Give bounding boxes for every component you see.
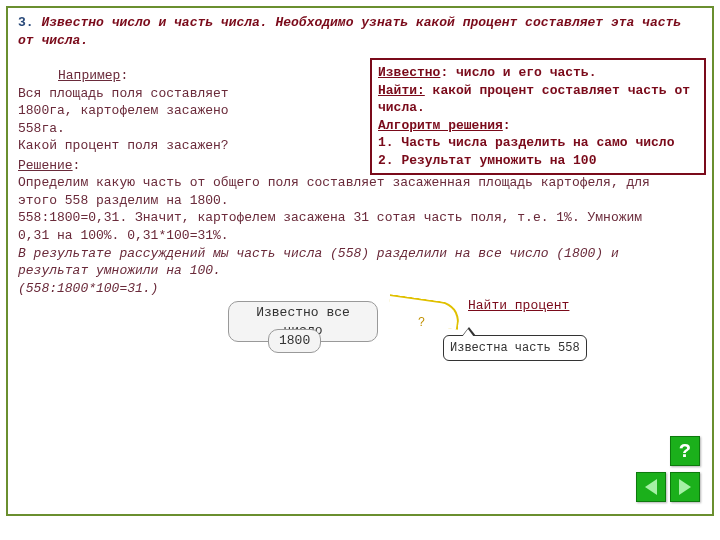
- find-percent-label: Найти процент: [468, 297, 569, 315]
- example-label: Например: [58, 68, 120, 83]
- arrow-left-icon: [645, 479, 657, 495]
- bottom-diagram: Известно все число 1800 ? Найти процент …: [18, 301, 702, 391]
- find-text: какой процент составляет часть от числа.: [378, 83, 690, 116]
- example-line-2: 1800га, картофелем засажено: [18, 102, 348, 120]
- task-text: Известно число и часть числа. Необходимо…: [18, 15, 681, 48]
- question-mark: ?: [418, 315, 425, 331]
- find-label: Найти:: [378, 83, 425, 98]
- algo-label: Алгоритм решения: [378, 118, 503, 133]
- known-part-callout: Известна часть 558: [443, 335, 587, 361]
- solution-label: Решение: [18, 158, 73, 173]
- solution-block: Решение: Определим какую часть от общего…: [18, 157, 678, 297]
- help-icon: ?: [679, 438, 691, 465]
- task-title: 3. Известно число и часть числа. Необход…: [18, 14, 702, 49]
- algo-step-1: 1. Часть числа разделить на само число: [378, 134, 698, 152]
- value-1800-pill: 1800: [268, 329, 321, 353]
- known-label: Известно: [378, 65, 440, 80]
- example-line-4: Какой процент поля засажен?: [18, 137, 348, 155]
- arrow-right-icon: [679, 479, 691, 495]
- next-button[interactable]: [670, 472, 700, 502]
- help-button[interactable]: ?: [670, 436, 700, 466]
- algorithm-box: Известно: число и его часть. Найти: како…: [370, 58, 706, 175]
- slide-frame: 3. Известно число и часть числа. Необход…: [6, 6, 714, 516]
- solution-p2: 558:1800=0,31. Значит, картофелем засаже…: [18, 209, 678, 244]
- known-text: : число и его часть.: [440, 65, 596, 80]
- solution-suffix: :: [73, 158, 81, 173]
- example-block: Например: Вся площадь поля составляет 18…: [18, 67, 348, 155]
- prev-button[interactable]: [636, 472, 666, 502]
- task-number: 3.: [18, 15, 34, 30]
- example-line-3: 558га.: [18, 120, 348, 138]
- example-line-1: Вся площадь поля составляет: [18, 85, 348, 103]
- example-colon: :: [120, 68, 128, 83]
- solution-p4: (558:1800*100=31.): [18, 280, 678, 298]
- algo-colon: :: [503, 118, 511, 133]
- solution-p3: В результате рассуждений мы часть числа …: [18, 245, 678, 280]
- value-1800-group: 1800: [268, 329, 321, 353]
- solution-p1: Определим какую часть от общего поля сос…: [18, 174, 678, 209]
- algo-step-2: 2. Результат умножить на 100: [378, 152, 698, 170]
